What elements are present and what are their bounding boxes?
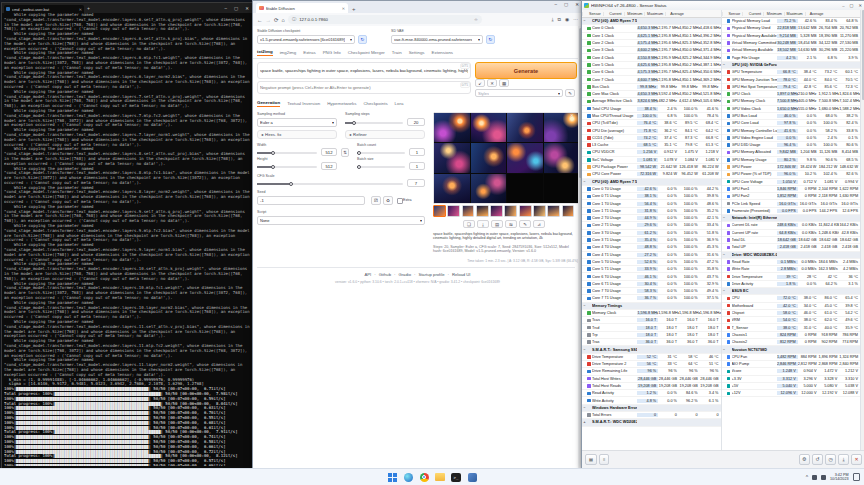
- generated-image[interactable]: [507, 174, 543, 203]
- sensor-row[interactable]: GPU Video Clock 1,650.0 MHz 555.0 MHz 1,…: [722, 106, 861, 113]
- home-icon[interactable]: ⌂: [282, 17, 285, 23]
- sensor-row[interactable]: GPU Memory Clock 7,500.8 MHz 405.0 MHz 7…: [722, 98, 861, 105]
- gallery-thumbnail[interactable]: [490, 205, 503, 217]
- sensor-row[interactable]: GPU Memory Controller Load 41.6 % 0.0 % …: [722, 127, 861, 134]
- hwinfo-column-header[interactable]: Current: [603, 12, 624, 16]
- sensor-row[interactable]: Core 1 T1 Usage 31.8 % 0.0 % 100.0 % 35.…: [582, 208, 721, 215]
- sensor-row[interactable]: Drive Remaining Life 96 % 96 % 96 % 96 %: [582, 368, 721, 375]
- browser-menu-icon[interactable]: ⋯: [573, 17, 578, 22]
- sensor-row[interactable]: GPU Fan1 1,846 RPM 0 RPM 2,104 RPM 1,622…: [722, 186, 861, 193]
- sensor-row[interactable]: Total Host Writes 28,446 GB 28,446 GB 28…: [582, 376, 721, 383]
- taskbar-clock[interactable]: 3:42 PM 10/14/2023: [830, 473, 848, 482]
- sensor-row[interactable]: Core 7 T0 Usage 58.3 % 0.0 % 100.0 % 49.…: [582, 288, 721, 295]
- sensor-row[interactable]: − Drive: WDC WD20EZBX-00AYRA0: [722, 252, 861, 259]
- gallery-thumbnail[interactable]: [547, 205, 560, 217]
- sensor-row[interactable]: Core 1 Clock 4,625.1 MHz 2,195.8 MHz 4,8…: [582, 33, 721, 40]
- sensor-row[interactable]: CPU VDDCR 1.256 V 0.912 V 1.475 V 1.218 …: [582, 149, 721, 156]
- sensor-row[interactable]: Write Activity 4.8 % 0.0 % 96.2 % 6.1 %: [582, 397, 721, 404]
- batch-size-slider[interactable]: [357, 166, 405, 168]
- clear-prompt-button[interactable]: ✕: [487, 79, 497, 87]
- hwinfo-column-header[interactable]: Average: [805, 12, 826, 16]
- gallery-action-button[interactable]: ❏: [463, 220, 475, 228]
- sensor-row[interactable]: Vcore 1.248 V 0.904 V 1.472 V 1.212 V: [722, 368, 861, 375]
- sensor-row[interactable]: Core 0 T1 Usage 38.1 % 0.0 % 100.0 % 39.…: [582, 193, 721, 200]
- sensor-row[interactable]: Physical Memory Load 71.2 % 42.6 % 83.4 …: [722, 18, 861, 25]
- sensor-row[interactable]: Core 3 Clock 4,600.2 MHz 2,195.7 MHz 4,8…: [582, 47, 721, 54]
- script-dropdown[interactable]: None▾: [257, 216, 425, 225]
- profile-icon[interactable]: ◉: [565, 17, 569, 22]
- sensor-row[interactable]: Core 3 T1 Usage 35.4 % 0.0 % 100.0 % 36.…: [582, 237, 721, 244]
- taskbar-chrome-icon[interactable]: [419, 472, 429, 482]
- hwinfo-quit-icon[interactable]: ✕: [851, 454, 862, 465]
- sensor-row[interactable]: GPU Fan2 1,852 RPM 0 RPM 2,118 RPM 1,630…: [722, 193, 861, 200]
- sensor-row[interactable]: − Network: Intel(R) Ethernet Controller …: [722, 215, 861, 222]
- sensor-row[interactable]: Core 3 T0 Usage 61.2 % 0.0 % 100.0 % 51.…: [582, 230, 721, 237]
- sensor-row[interactable]: Total CPU Usage 38.4 % 2.4 % 100.0 % 41.…: [582, 106, 721, 113]
- sensor-row[interactable]: Bus Clock 99.8 MHz 99.8 MHz 99.8 MHz 99.…: [582, 84, 721, 91]
- hires-fix-accordion[interactable]: ◂Hires. fix: [257, 130, 337, 139]
- sensor-row[interactable]: Tcas 16.0 T 16.0 T 16.0 T 16.0 T: [582, 317, 721, 324]
- start-button[interactable]: [387, 472, 397, 482]
- extensions-icon[interactable]: ⧉: [558, 17, 561, 22]
- sensor-row[interactable]: Virtual Memory Available 18,502 MB 14,63…: [722, 47, 861, 54]
- gallery-thumbnail[interactable]: [562, 205, 575, 217]
- volume-icon[interactable]: [821, 475, 826, 480]
- footer-link[interactable]: ·: [447, 272, 448, 277]
- width-value[interactable]: 512: [321, 148, 337, 156]
- sensor-row[interactable]: +3.3V 3.312 V 3.296 V 3.328 V 3.310 V: [722, 376, 861, 383]
- sensor-row[interactable]: Motherboard 42.0 °C 34.0 °C 45.0 °C 39.8…: [722, 303, 861, 310]
- notification-center-icon[interactable]: [853, 473, 861, 481]
- webui-tab[interactable]: Checkpoint Merger: [348, 50, 385, 56]
- sensor-row[interactable]: Physical Memory Available 9,214 MB 5,328…: [722, 33, 861, 40]
- sensor-row[interactable]: − Nuvoton NCT6798D: [722, 346, 861, 353]
- vae-dropdown[interactable]: vae-ft-mse-840000-ema-pruned.safetensors…: [391, 35, 483, 44]
- paste-params-button[interactable]: ↙: [475, 79, 485, 87]
- sensor-row[interactable]: Core 7 T1 Usage 36.7 % 0.0 % 100.0 % 37.…: [582, 295, 721, 302]
- sensor-row[interactable]: − CPU [#0]: AMD Ryzen 7 5800X: Enhanced: [582, 179, 721, 186]
- webui-tab[interactable]: Extensions: [432, 50, 453, 56]
- browser-minimize-button[interactable]: –: [554, 2, 557, 7]
- sensor-row[interactable]: Core 0 T0 Usage 42.6 % 0.0 % 100.0 % 44.…: [582, 186, 721, 193]
- taskbar-explorer-icon[interactable]: [435, 472, 445, 482]
- batch-count-slider[interactable]: [357, 152, 405, 154]
- height-value[interactable]: 512: [321, 162, 337, 170]
- hwinfo-clock-icon[interactable]: ◷: [825, 454, 836, 465]
- taskbar-edge-icon[interactable]: [403, 472, 413, 482]
- sensor-row[interactable]: Tras 36.0 T 36.0 T 36.0 T 36.0 T: [582, 339, 721, 346]
- generated-image[interactable]: [544, 174, 580, 203]
- sensor-row[interactable]: Drive Temperature 39 °C 28 °C 42 °C 36 °…: [722, 273, 861, 280]
- sensor-row[interactable]: GPU Clock 1,897.0 MHz 210.0 MHz 1,912.5 …: [722, 91, 861, 98]
- extra-networks-button[interactable]: ▦: [499, 79, 509, 87]
- cfg-scale-value[interactable]: 7: [407, 179, 425, 187]
- sensor-row[interactable]: Core 4 T1 Usage 27.2 % 0.0 % 100.0 % 31.…: [582, 252, 721, 259]
- refresh-vae-button[interactable]: ↻: [486, 35, 495, 44]
- hwinfo-column-header[interactable]: Average: [665, 12, 686, 16]
- taskbar-hwinfo-icon[interactable]: [467, 472, 477, 482]
- webui-tab[interactable]: img2img: [280, 50, 297, 56]
- generated-image[interactable]: [434, 143, 470, 172]
- sensor-row[interactable]: + S.M.A.R.T.: WDC WD20EZBX-00AYRA0: [582, 419, 721, 426]
- refresh-checkpoints-button[interactable]: ↻: [358, 35, 367, 44]
- gallery-thumbnail[interactable]: [519, 205, 532, 217]
- reuse-seed-button[interactable]: ♻: [383, 196, 393, 205]
- generated-image[interactable]: [434, 113, 470, 142]
- terminal-tab[interactable]: cmd - webui-user.bat ✕: [4, 5, 84, 13]
- group-toggle[interactable]: −: [722, 348, 727, 352]
- sensor-row[interactable]: Total UP 2.418 GB 2.418 GB 2.418 GB 2.41…: [722, 244, 861, 251]
- sensor-row[interactable]: Core 2 Clock 4,575.4 MHz 2,195.6 MHz 4,8…: [582, 40, 721, 47]
- sensor-row[interactable]: Core 1 T0 Usage 56.4 % 0.0 % 100.0 % 48.…: [582, 200, 721, 207]
- batch-size-value[interactable]: 1: [409, 162, 425, 170]
- prompt-input[interactable]: [257, 62, 471, 79]
- sensor-row[interactable]: Core 7 Clock 4,600.7 MHz 2,195.8 MHz 4,8…: [582, 76, 721, 83]
- generated-image[interactable]: [434, 174, 470, 203]
- sensor-row[interactable]: GPU Memory Junction Temperature 78.0 °C …: [722, 76, 861, 83]
- terminal-titlebar[interactable]: cmd - webui-user.bat ✕ + – ▢ ✕: [2, 3, 252, 13]
- sensor-row[interactable]: Core 6 Clock 4,575.3 MHz 2,195.7 MHz 4,8…: [582, 69, 721, 76]
- sensor-row[interactable]: CPU Core Power 72.316 W 9.824 W 96.452 W…: [582, 171, 721, 178]
- cfg-scale-slider[interactable]: [257, 183, 403, 185]
- sensor-row[interactable]: L3 Cache 68.5 °C 35.1 °C 79.8 °C 61.3 °C: [582, 142, 721, 149]
- sensor-row[interactable]: Framerate (Presented) 0.0 FPS 0.0 FPS 14…: [722, 208, 861, 215]
- downloads-icon[interactable]: ⤓: [551, 17, 553, 22]
- hwinfo-maximize-button[interactable]: ▢: [850, 3, 854, 8]
- webui-subtab[interactable]: Hypernetworks: [327, 101, 356, 107]
